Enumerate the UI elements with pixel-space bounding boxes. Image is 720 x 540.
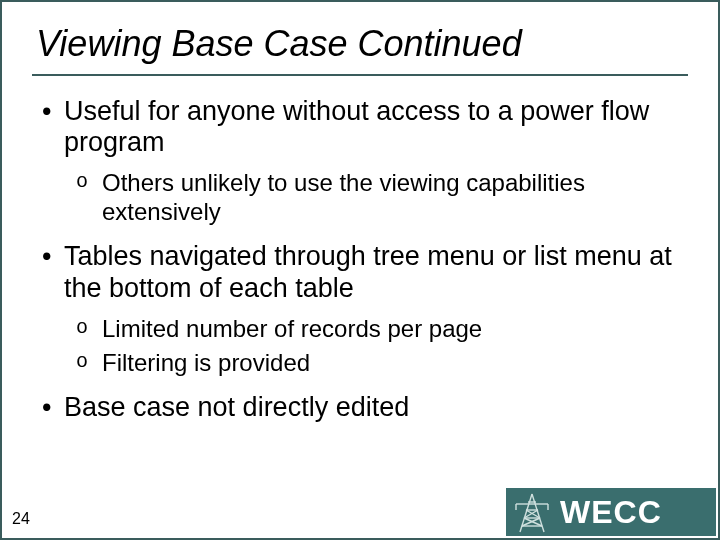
page-number: 24 — [12, 510, 30, 528]
bullet-list: Useful for anyone without access to a po… — [32, 96, 688, 424]
tower-icon — [510, 490, 554, 534]
bullet-text: Tables navigated through tree menu or li… — [64, 241, 672, 303]
slide-title: Viewing Base Case Continued — [36, 24, 684, 64]
bullet-text: Useful for anyone without access to a po… — [64, 96, 649, 158]
sub-list: Others unlikely to use the viewing capab… — [64, 169, 684, 227]
brand-text: WECC — [560, 494, 662, 531]
title-rule — [32, 74, 688, 76]
sub-item: Others unlikely to use the viewing capab… — [64, 169, 684, 227]
brand-logo: WECC — [506, 488, 716, 536]
sub-list: Limited number of records per page Filte… — [64, 315, 684, 379]
slide: Viewing Base Case Continued Useful for a… — [0, 0, 720, 540]
sub-item: Filtering is provided — [64, 349, 684, 378]
sub-item: Limited number of records per page — [64, 315, 684, 344]
bullet-item: Base case not directly edited — [36, 392, 684, 424]
bullet-text: Base case not directly edited — [64, 392, 409, 422]
bullet-item: Useful for anyone without access to a po… — [36, 96, 684, 227]
bullet-item: Tables navigated through tree menu or li… — [36, 241, 684, 378]
